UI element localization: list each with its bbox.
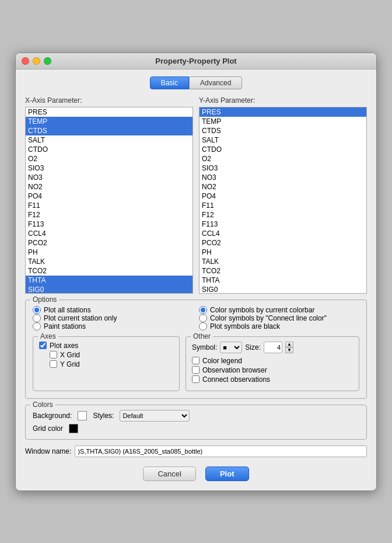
tab-advanced[interactable]: Advanced bbox=[189, 76, 242, 89]
xgrid-checkbox[interactable] bbox=[50, 351, 57, 358]
grid-color-label: Grid color bbox=[33, 424, 63, 433]
list-item[interactable]: PRES bbox=[26, 107, 192, 117]
list-item[interactable]: F11 bbox=[26, 201, 192, 210]
connect-observations-checkbox[interactable] bbox=[192, 375, 200, 383]
list-item[interactable]: O2 bbox=[200, 154, 366, 163]
radio-symbols-black[interactable]: Plot symbols are black bbox=[199, 322, 359, 330]
list-item[interactable]: THTA bbox=[200, 276, 366, 285]
list-item[interactable]: CTDS bbox=[26, 126, 192, 135]
radio-paint-stations[interactable]: Paint stations bbox=[33, 322, 193, 330]
list-item[interactable]: PO4 bbox=[26, 192, 192, 201]
list-item[interactable]: TEMP bbox=[200, 117, 366, 126]
list-item[interactable]: F12 bbox=[26, 210, 192, 220]
axes-title: Axes bbox=[38, 332, 58, 340]
xaxis-list[interactable]: PRESTEMPCTDSSALTCTDOO2SIO3NO3NO2PO4F11F1… bbox=[25, 107, 193, 294]
list-item[interactable]: SIO3 bbox=[26, 163, 192, 173]
plot-axes-row[interactable]: Plot axes bbox=[39, 342, 173, 350]
list-item[interactable]: NO2 bbox=[26, 182, 192, 192]
color-legend-checkbox[interactable] bbox=[192, 357, 200, 364]
ygrid-label: Y Grid bbox=[60, 360, 80, 368]
list-item[interactable]: TCO2 bbox=[200, 266, 366, 276]
spin-down-button[interactable]: ▼ bbox=[285, 347, 293, 353]
grid-color-swatch[interactable] bbox=[69, 424, 78, 433]
yaxis-group: Y-Axis Parameter: PRESTEMPCTDSSALTCTDOO2… bbox=[199, 96, 367, 294]
minimize-button[interactable] bbox=[33, 57, 40, 65]
list-item[interactable]: F11 bbox=[200, 201, 366, 210]
list-item[interactable]: F113 bbox=[26, 220, 192, 229]
radio-color-colorbar[interactable]: Color symbols by current colorbar bbox=[199, 306, 359, 314]
connect-observations-row[interactable]: Connect observations bbox=[192, 375, 353, 384]
other-group: Other Symbol: ■ ● ▲ Size: ▲ ▼ bbox=[186, 336, 359, 391]
list-item[interactable]: THTA bbox=[26, 276, 192, 285]
tab-basic[interactable]: Basic bbox=[150, 76, 189, 89]
color-legend-row[interactable]: Color legend bbox=[192, 357, 353, 365]
options-bottom: Axes Plot axes X Grid Y Grid bbox=[33, 336, 359, 391]
list-item[interactable]: SIG0 bbox=[200, 285, 366, 294]
list-item[interactable]: CTDS bbox=[200, 126, 366, 135]
symbol-row: Symbol: ■ ● ▲ Size: ▲ ▼ bbox=[192, 342, 353, 353]
size-input[interactable] bbox=[264, 342, 282, 353]
colors-title: Colors bbox=[30, 401, 55, 409]
xgrid-label: X Grid bbox=[60, 351, 80, 359]
radio-color-colorbar-label: Color symbols by current colorbar bbox=[210, 306, 314, 314]
list-item[interactable]: NO2 bbox=[200, 182, 366, 192]
background-color-swatch[interactable] bbox=[78, 411, 87, 420]
list-item[interactable]: NO3 bbox=[200, 173, 366, 182]
list-item[interactable]: PO4 bbox=[200, 192, 366, 201]
observation-browser-checkbox[interactable] bbox=[192, 366, 200, 374]
axes-group: Axes Plot axes X Grid Y Grid bbox=[33, 336, 180, 391]
list-item[interactable]: PH bbox=[26, 248, 192, 257]
list-item[interactable]: TALK bbox=[200, 257, 366, 266]
list-item[interactable]: PRES bbox=[200, 107, 366, 117]
xgrid-row[interactable]: X Grid bbox=[50, 351, 173, 359]
radio-color-connect[interactable]: Color symbols by "Connect line color" bbox=[199, 314, 359, 322]
size-label: Size: bbox=[245, 343, 261, 351]
plot-axes-checkbox[interactable] bbox=[39, 342, 47, 349]
list-item[interactable]: PH bbox=[200, 248, 366, 257]
button-row: Cancel Plot bbox=[25, 464, 367, 481]
list-item[interactable]: SALT bbox=[200, 135, 366, 145]
background-label: Background: bbox=[33, 412, 72, 420]
ygrid-row[interactable]: Y Grid bbox=[50, 360, 173, 368]
radio-current-station[interactable]: Plot current station only bbox=[33, 314, 193, 322]
window-name-label: Window name: bbox=[25, 447, 71, 455]
titlebar: Property-Property Plot bbox=[16, 53, 376, 69]
ygrid-checkbox[interactable] bbox=[50, 360, 57, 368]
yaxis-list[interactable]: PRESTEMPCTDSSALTCTDOO2SIO3NO3NO2PO4F11F1… bbox=[199, 107, 367, 294]
connect-observations-label: Connect observations bbox=[202, 375, 270, 384]
list-item[interactable]: PCO2 bbox=[200, 238, 366, 248]
radio-paint-stations-label: Paint stations bbox=[44, 322, 86, 330]
list-item[interactable]: F12 bbox=[200, 210, 366, 220]
list-item[interactable]: TALK bbox=[26, 257, 192, 266]
radio-current-station-label: Plot current station only bbox=[44, 314, 117, 322]
plot-button[interactable]: Plot bbox=[205, 467, 249, 481]
radio-plot-all[interactable]: Plot all stations bbox=[33, 306, 193, 314]
size-spinner[interactable]: ▲ ▼ bbox=[285, 342, 293, 353]
list-item[interactable]: SALT bbox=[26, 135, 192, 145]
window-name-input[interactable] bbox=[75, 445, 367, 457]
main-window: Property-Property Plot Basic Advanced X-… bbox=[15, 53, 377, 491]
station-options-col: Plot all stations Plot current station o… bbox=[33, 306, 193, 330]
list-item[interactable]: NO3 bbox=[26, 173, 192, 182]
list-item[interactable]: SIO3 bbox=[200, 163, 366, 173]
list-item[interactable]: TCO2 bbox=[26, 266, 192, 276]
list-item[interactable]: SIG0 bbox=[26, 285, 192, 294]
list-item[interactable]: PCO2 bbox=[26, 238, 192, 248]
zoom-button[interactable] bbox=[44, 57, 51, 65]
observation-browser-label: Observation browser bbox=[202, 366, 267, 374]
list-item[interactable]: F113 bbox=[200, 220, 366, 229]
observation-browser-row[interactable]: Observation browser bbox=[192, 366, 353, 374]
spin-up-button[interactable]: ▲ bbox=[285, 342, 293, 347]
list-item[interactable]: CTDO bbox=[200, 145, 366, 154]
list-item[interactable]: TEMP bbox=[26, 117, 192, 126]
symbol-select[interactable]: ■ ● ▲ bbox=[220, 342, 242, 353]
close-button[interactable] bbox=[22, 57, 29, 65]
radio-symbols-black-label: Plot symbols are black bbox=[210, 322, 280, 330]
options-group: Options Plot all stations Plot current s… bbox=[25, 300, 367, 399]
list-item[interactable]: CCL4 bbox=[26, 229, 192, 238]
list-item[interactable]: CCL4 bbox=[200, 229, 366, 238]
styles-select[interactable]: Default Classic Modern bbox=[120, 410, 190, 422]
cancel-button[interactable]: Cancel bbox=[143, 467, 195, 481]
list-item[interactable]: CTDO bbox=[26, 145, 192, 154]
list-item[interactable]: O2 bbox=[26, 154, 192, 163]
